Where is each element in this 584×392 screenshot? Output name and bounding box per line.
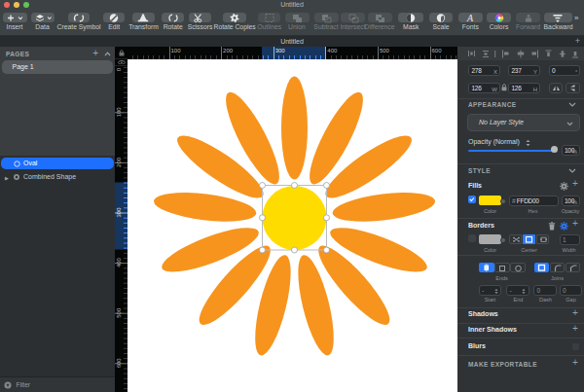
- svg-text:A: A: [466, 13, 474, 23]
- svg-text:600: 600: [116, 358, 122, 369]
- svg-text:400: 400: [116, 257, 122, 267]
- svg-text:300: 300: [116, 207, 122, 218]
- svg-text:100: 100: [116, 107, 122, 118]
- svg-text:0: 0: [116, 67, 122, 71]
- svg-text:200: 200: [116, 157, 122, 167]
- svg-text:500: 500: [116, 307, 122, 318]
